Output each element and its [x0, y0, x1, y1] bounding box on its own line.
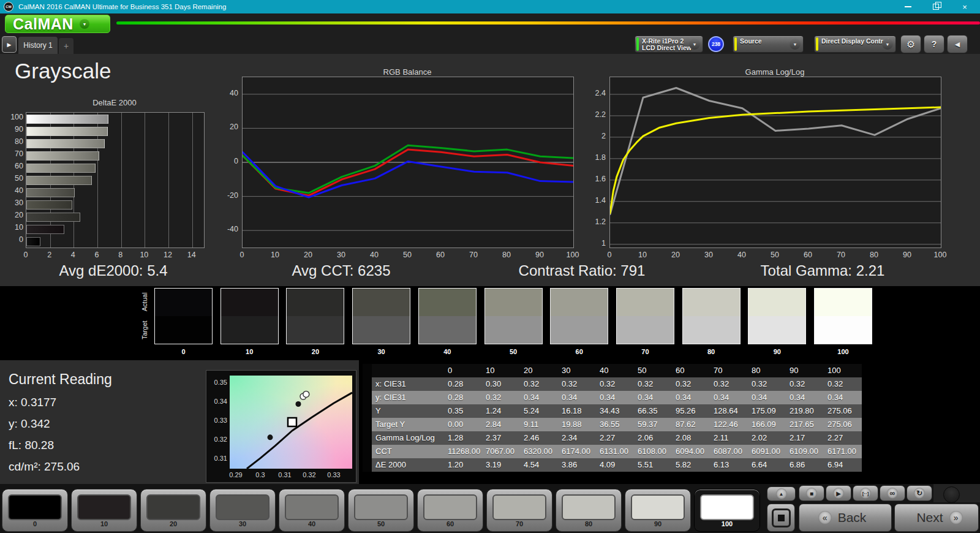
- table-cell: 0.32: [672, 377, 710, 391]
- source-status-strip: [734, 37, 737, 51]
- tab-scroll-button[interactable]: ▶: [2, 36, 17, 53]
- patch-button-90[interactable]: 90: [625, 489, 691, 532]
- measurement-table: 0102030405060708090100x: CIE310.280.300.…: [363, 364, 862, 472]
- x-tick-label: 20: [665, 251, 687, 259]
- target-row-label: Target: [141, 316, 151, 344]
- meter-status-strip: [636, 37, 639, 51]
- x-tick-label: 50: [764, 251, 786, 259]
- table-cell: 6174.00: [558, 445, 596, 458]
- meter-dropdown[interactable]: X-Rite i1Pro 2LCD Direct View ▼: [635, 36, 703, 53]
- current-reading-panel: Current Reading x: 0.3177 y: 0.342 fL: 8…: [0, 360, 359, 484]
- stop-button[interactable]: ■: [799, 485, 824, 501]
- x-tick-label: 40: [363, 251, 385, 259]
- x-tick-label: 80: [496, 251, 518, 259]
- y-tick-label: 1.6: [582, 175, 606, 183]
- chevron-down-icon: ▼: [882, 39, 893, 50]
- deltae-bar-10: [26, 225, 64, 234]
- tab-history-1[interactable]: History 1: [18, 37, 58, 54]
- table-cell: 19.88: [558, 418, 596, 431]
- table-cell: 2.06: [634, 431, 672, 445]
- continuous-measure-button[interactable]: ∞: [880, 485, 905, 501]
- patch-color: [216, 494, 270, 520]
- table-cell: 0.34: [634, 391, 672, 404]
- gridline: [121, 113, 122, 248]
- bottom-control-bar: 0102030405060708090100 ▲ ■ ▶ [··] ∞ ↻ « …: [0, 484, 980, 533]
- patch-label: 100: [695, 520, 760, 527]
- help-icon[interactable]: ?: [924, 35, 944, 53]
- swatch-target: [551, 316, 608, 344]
- display-control-dropdown[interactable]: Direct Display Control ▼: [814, 36, 896, 53]
- swatch-label: 90: [748, 348, 806, 355]
- cie-y-tick-label: 0.31: [208, 455, 227, 462]
- patch-color: [77, 494, 131, 520]
- chevron-up-button[interactable]: ▲: [767, 486, 796, 501]
- table-cell: 217.65: [786, 418, 824, 431]
- table-corner: [372, 364, 444, 377]
- x-tick-label: 14: [181, 251, 203, 259]
- swatch-target: [419, 316, 476, 344]
- x-tick-label: 10: [133, 251, 155, 259]
- minimize-icon[interactable]: [899, 0, 917, 13]
- y-tick-label: 0: [215, 157, 238, 165]
- x-tick-label: 60: [797, 251, 819, 259]
- patch-button-30[interactable]: 30: [209, 489, 276, 532]
- x-tick-label: 10: [631, 251, 654, 259]
- table-col-header: 30: [558, 364, 596, 377]
- patch-button-60[interactable]: 60: [417, 489, 483, 532]
- table-row-label: Y: [372, 404, 444, 418]
- table-cell: 0.32: [558, 377, 596, 391]
- table-cell: 6.13: [710, 458, 748, 472]
- swatch-100: [814, 288, 872, 344]
- patch-button-40[interactable]: 40: [279, 489, 345, 532]
- y-tick-label: -20: [215, 191, 238, 200]
- loop-measure-button[interactable]: ↻: [907, 485, 932, 501]
- y-tick-label: 20: [0, 211, 23, 219]
- inactive-record-button: [943, 486, 960, 503]
- gear-icon[interactable]: ⚙: [900, 35, 921, 53]
- restore-icon[interactable]: [927, 0, 945, 13]
- collapse-panel-icon[interactable]: ◀: [947, 35, 968, 53]
- patch-button-100[interactable]: 100: [694, 489, 760, 532]
- table-cell: 7067.00: [482, 445, 520, 458]
- meter-reading-badge: 238: [708, 36, 724, 52]
- source-dropdown-label: Source: [740, 38, 762, 45]
- add-tab-button[interactable]: +: [59, 38, 74, 54]
- table-row-label: Target Y: [372, 418, 444, 431]
- table-cell: 4.54: [520, 458, 558, 472]
- window-level-button[interactable]: [767, 504, 795, 532]
- table-cell: 2.34: [558, 431, 596, 445]
- display-control-status-strip: [816, 37, 818, 51]
- swatch-actual: [617, 289, 674, 316]
- table-cell: 2.17: [786, 431, 824, 445]
- stat-total-gamma: Total Gamma: 2.21: [761, 262, 885, 279]
- play-button[interactable]: ▶: [826, 485, 851, 501]
- patch-button-0[interactable]: 0: [2, 489, 68, 532]
- source-dropdown[interactable]: Source ▼: [733, 36, 804, 53]
- cie-x-tick-label: 0.33: [323, 471, 344, 478]
- table-cell: 87.62: [672, 418, 710, 431]
- table-row-label: ΔE 2000: [372, 458, 444, 472]
- patch-button-10[interactable]: 10: [71, 489, 137, 532]
- patch-button-50[interactable]: 50: [348, 489, 414, 532]
- patch-button-20[interactable]: 20: [140, 489, 206, 532]
- patch-color: [285, 494, 339, 520]
- back-button[interactable]: « Back: [799, 504, 892, 532]
- next-button[interactable]: Next »: [894, 504, 979, 532]
- stat-contrast-ratio: Contrast Ratio: 791: [519, 262, 646, 279]
- stat-avg-cct: Avg CCT: 6235: [292, 262, 391, 279]
- swatch-label: 80: [682, 348, 741, 355]
- calman-menu-button[interactable]: CalMAN ▼: [5, 15, 110, 33]
- next-chevrons-icon: »: [949, 511, 963, 524]
- table-cell: 6094.00: [672, 445, 710, 458]
- swatch-actual: [287, 289, 344, 316]
- stat-avg-de2000: Avg dE2000: 5.4: [59, 262, 167, 279]
- step-measure-button[interactable]: [··]: [853, 485, 878, 501]
- swatch-50: [484, 288, 543, 344]
- swatch-0: [154, 288, 213, 344]
- patch-button-80[interactable]: 80: [556, 489, 622, 532]
- chevron-down-icon: ▼: [689, 39, 700, 50]
- patch-button-70[interactable]: 70: [486, 489, 552, 532]
- back-button-label: Back: [838, 510, 867, 525]
- close-icon[interactable]: ×: [956, 0, 974, 13]
- table-cell: 6108.00: [634, 445, 672, 458]
